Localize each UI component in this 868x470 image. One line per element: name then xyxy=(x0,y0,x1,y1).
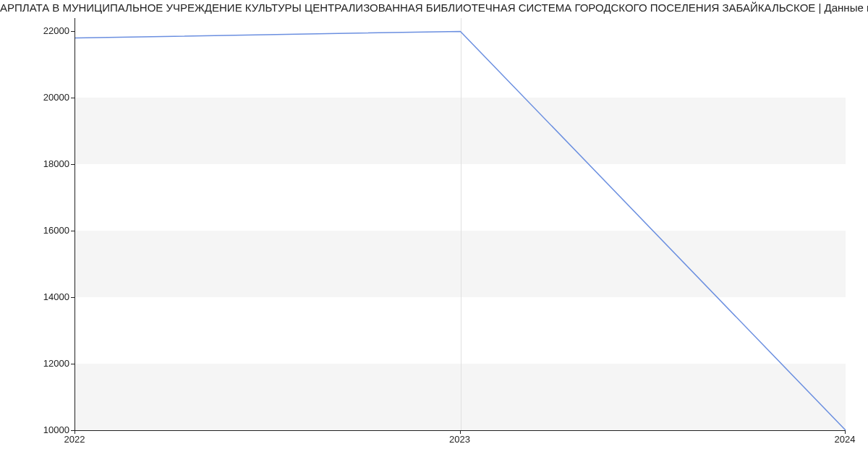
y-tick-label: 12000 xyxy=(4,358,69,369)
x-tick-label: 2024 xyxy=(835,434,856,445)
plot-area xyxy=(75,18,846,431)
x-tick-mark xyxy=(845,430,846,434)
x-tick-label: 2022 xyxy=(64,434,85,445)
chart-title: АРПЛАТА В МУНИЦИПАЛЬНОЕ УЧРЕЖДЕНИЕ КУЛЬТ… xyxy=(0,1,868,14)
y-tick-mark xyxy=(71,98,75,98)
x-tick-label: 2023 xyxy=(449,434,470,445)
y-tick-mark xyxy=(71,31,75,32)
y-tick-label: 14000 xyxy=(4,291,69,302)
x-tick-mark xyxy=(75,430,75,434)
y-tick-mark xyxy=(71,164,75,165)
x-tick-mark xyxy=(460,430,461,434)
y-tick-label: 10000 xyxy=(4,424,69,435)
y-tick-label: 16000 xyxy=(4,225,69,236)
y-tick-mark xyxy=(71,231,75,231)
y-tick-mark xyxy=(71,297,75,298)
y-tick-label: 22000 xyxy=(4,25,69,36)
chart-container: АРПЛАТА В МУНИЦИПАЛЬНОЕ УЧРЕЖДЕНИЕ КУЛЬТ… xyxy=(0,0,868,470)
line-series xyxy=(75,18,846,430)
y-tick-label: 18000 xyxy=(4,158,69,169)
y-tick-label: 20000 xyxy=(4,92,69,103)
y-tick-mark xyxy=(71,364,75,364)
